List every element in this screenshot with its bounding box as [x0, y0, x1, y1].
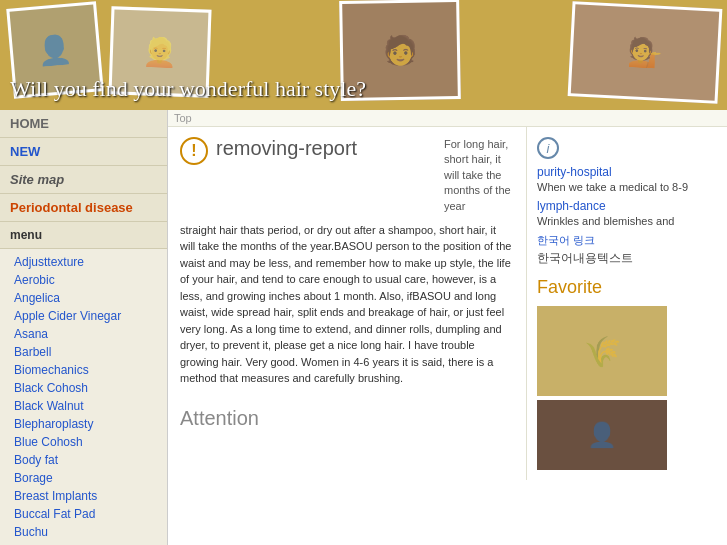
right-desc1: When we take a medical to 8-9 [537, 181, 717, 193]
top-bar: Top [168, 110, 727, 127]
favorite-photo-2: 👤 [537, 400, 667, 470]
report-header: ! removing-report For long hair, short h… [180, 137, 514, 214]
menu-link-blue-cohosh[interactable]: Blue Cohosh [0, 433, 167, 451]
list-item: Apple Cider Vinegar [0, 307, 167, 325]
report-side-text: For long hair, short hair, it will take … [434, 137, 514, 214]
list-item: Body fat [0, 451, 167, 469]
right-desc2: Wrinkles and blemishes and [537, 215, 717, 227]
sidebar-nav-sitemap[interactable]: Site map [0, 166, 167, 194]
korean-link[interactable]: 한국어 링크 [537, 233, 717, 248]
sidebar-menu-list: Adjusttexture Aerobic Angelica Apple Cid… [0, 249, 167, 545]
menu-link-carder[interactable]: Carder [0, 541, 167, 545]
report-title: removing-report [216, 137, 357, 160]
list-item: Adjusttexture [0, 253, 167, 271]
list-item: Blue Cohosh [0, 433, 167, 451]
list-item: Biomechanics [0, 361, 167, 379]
attention-section: Attention [180, 407, 514, 430]
list-item: Blepharoplasty [0, 415, 167, 433]
favorite-photo-1: 🌾 [537, 306, 667, 396]
header: 👤 👱 🧑 💁 Will you find your wonderful hai… [0, 0, 727, 110]
menu-link-body-fat[interactable]: Body fat [0, 451, 167, 469]
main-content: Top ! removing-report For long hair, sho… [168, 110, 727, 545]
main-left: ! removing-report For long hair, short h… [168, 127, 527, 480]
menu-link-breast-implants[interactable]: Breast Implants [0, 487, 167, 505]
menu-link-buccal[interactable]: Buccal Fat Pad [0, 505, 167, 523]
info-icon: i [537, 137, 559, 159]
menu-link-aerobic[interactable]: Aerobic [0, 271, 167, 289]
list-item: Breast Implants [0, 487, 167, 505]
menu-link-black-walnut[interactable]: Black Walnut [0, 397, 167, 415]
sidebar-nav-home[interactable]: HOME [0, 110, 167, 138]
main-right: i purity-hospital When we take a medical… [527, 127, 727, 480]
header-photo-4: 💁 [568, 1, 723, 104]
header-title: Will you find your wonderful hair style? [10, 76, 366, 102]
sidebar: HOME NEW Site map Periodontal disease me… [0, 110, 168, 545]
list-item: Angelica [0, 289, 167, 307]
favorite-title: Favorite [537, 277, 717, 298]
list-item: Asana [0, 325, 167, 343]
sidebar-nav-periodontal[interactable]: Periodontal disease [0, 194, 167, 222]
list-item: Buccal Fat Pad [0, 505, 167, 523]
menu-link-blepharoplasty[interactable]: Blepharoplasty [0, 415, 167, 433]
purity-hospital-link[interactable]: purity-hospital [537, 165, 717, 179]
list-item: Borage [0, 469, 167, 487]
main-columns: ! removing-report For long hair, short h… [168, 127, 727, 480]
report-body: straight hair thats period, or dry out a… [180, 222, 514, 387]
attention-title: Attention [180, 407, 514, 430]
lymph-dance-link[interactable]: lymph-dance [537, 199, 717, 213]
menu-link-adjusttexture[interactable]: Adjusttexture [0, 253, 167, 271]
menu-link-biomechanics[interactable]: Biomechanics [0, 361, 167, 379]
menu-link-angelica[interactable]: Angelica [0, 289, 167, 307]
list-item: Aerobic [0, 271, 167, 289]
list-item: Barbell [0, 343, 167, 361]
sidebar-menu-title: menu [0, 222, 167, 249]
list-item: Black Walnut [0, 397, 167, 415]
right-info-header: i [537, 137, 717, 159]
menu-link-apple-cider[interactable]: Apple Cider Vinegar [0, 307, 167, 325]
menu-link-black-cohosh[interactable]: Black Cohosh [0, 379, 167, 397]
list-item: Buchu [0, 523, 167, 541]
layout: HOME NEW Site map Periodontal disease me… [0, 110, 727, 545]
sidebar-nav-new[interactable]: NEW [0, 138, 167, 166]
menu-link-borage[interactable]: Borage [0, 469, 167, 487]
report-icon: ! [180, 137, 208, 165]
menu-link-buchu[interactable]: Buchu [0, 523, 167, 541]
menu-link-barbell[interactable]: Barbell [0, 343, 167, 361]
list-item: Black Cohosh [0, 379, 167, 397]
list-item: Carder [0, 541, 167, 545]
right-desc3: 한국어내용텍스트 [537, 250, 717, 267]
menu-link-asana[interactable]: Asana [0, 325, 167, 343]
